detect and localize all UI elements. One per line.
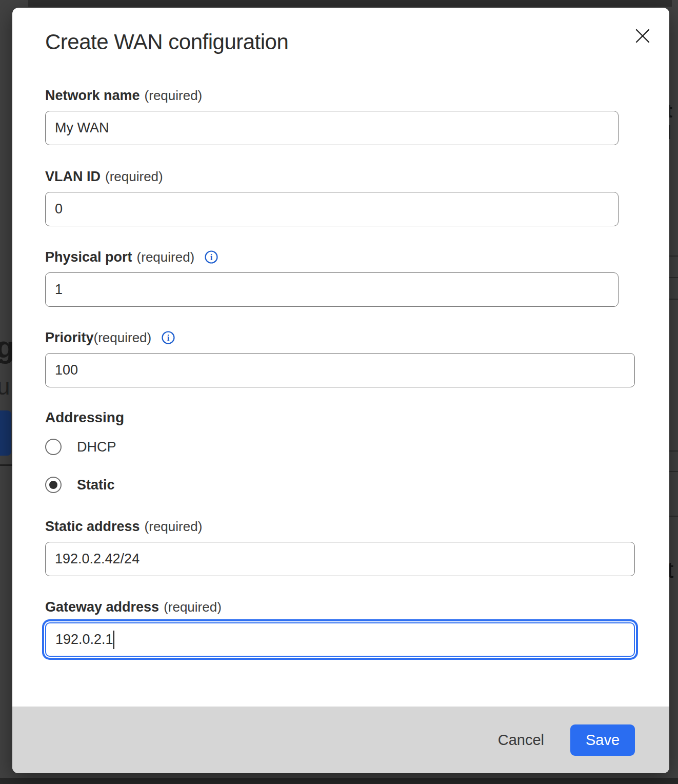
addressing-option-dhcp[interactable]: DHCP xyxy=(45,439,635,455)
dialog-body: Create WAN configuration Network name (r… xyxy=(12,8,669,707)
dhcp-radio-label[interactable]: DHCP xyxy=(77,439,116,455)
static-radio-label[interactable]: Static xyxy=(77,477,115,493)
close-button[interactable] xyxy=(633,26,652,46)
cancel-button[interactable]: Cancel xyxy=(497,729,545,752)
priority-label: Priority xyxy=(45,330,94,346)
backdrop-divider xyxy=(669,450,678,452)
backdrop-top-bar xyxy=(28,0,672,7)
static-address-label: Static address xyxy=(45,519,140,535)
network-name-field-group: Network name (required) xyxy=(45,87,635,145)
network-name-label: Network name xyxy=(45,88,140,104)
backdrop-divider xyxy=(669,256,678,257)
backdrop-fragment: u xyxy=(0,373,10,400)
required-note: (required) xyxy=(145,519,203,535)
addressing-heading: Addressing xyxy=(45,409,635,426)
static-address-field-group: Static address (required) xyxy=(45,518,635,576)
addressing-section: Addressing DHCP Static xyxy=(45,409,635,493)
backdrop-bottom-bar xyxy=(0,778,678,784)
required-note: (required) xyxy=(94,330,152,346)
backdrop-divider xyxy=(669,299,678,300)
physical-port-input[interactable] xyxy=(45,272,619,307)
info-icon[interactable]: i xyxy=(204,250,218,264)
dialog-footer: Cancel Save xyxy=(12,707,669,773)
gateway-address-input[interactable] xyxy=(45,622,635,657)
required-note: (required) xyxy=(145,88,203,104)
dialog-title: Create WAN configuration xyxy=(45,30,635,54)
addressing-option-static[interactable]: Static xyxy=(45,477,635,493)
backdrop-divider xyxy=(0,464,12,466)
priority-field-group: Priority (required) i xyxy=(45,329,635,387)
info-icon[interactable]: i xyxy=(161,330,175,345)
radio-button-selected[interactable] xyxy=(45,477,62,493)
save-button[interactable]: Save xyxy=(570,724,635,756)
static-address-input[interactable] xyxy=(45,542,635,576)
text-cursor xyxy=(113,631,114,649)
svg-text:i: i xyxy=(210,252,213,262)
physical-port-field-group: Physical port (required) i xyxy=(45,249,635,307)
gateway-address-label: Gateway address xyxy=(45,599,159,615)
required-note: (required) xyxy=(105,169,163,185)
gateway-address-field-group: Gateway address (required) xyxy=(45,599,635,657)
svg-text:i: i xyxy=(167,333,170,343)
backdrop-divider xyxy=(669,471,678,472)
create-wan-configuration-dialog: Create WAN configuration Network name (r… xyxy=(12,8,669,773)
priority-input[interactable] xyxy=(45,353,635,387)
physical-port-label: Physical port xyxy=(45,249,132,265)
backdrop-divider xyxy=(669,516,678,517)
radio-button-unselected[interactable] xyxy=(45,439,62,455)
backdrop-divider xyxy=(669,277,678,278)
close-icon xyxy=(635,28,650,44)
required-note: (required) xyxy=(164,599,222,615)
required-note: (required) xyxy=(137,249,195,265)
network-name-input[interactable] xyxy=(45,111,619,145)
radio-dot xyxy=(49,481,57,489)
vlan-id-field-group: VLAN ID (required) xyxy=(45,168,635,226)
backdrop-blue-button xyxy=(0,410,11,456)
vlan-id-input[interactable] xyxy=(45,192,619,226)
vlan-id-label: VLAN ID xyxy=(45,169,101,185)
